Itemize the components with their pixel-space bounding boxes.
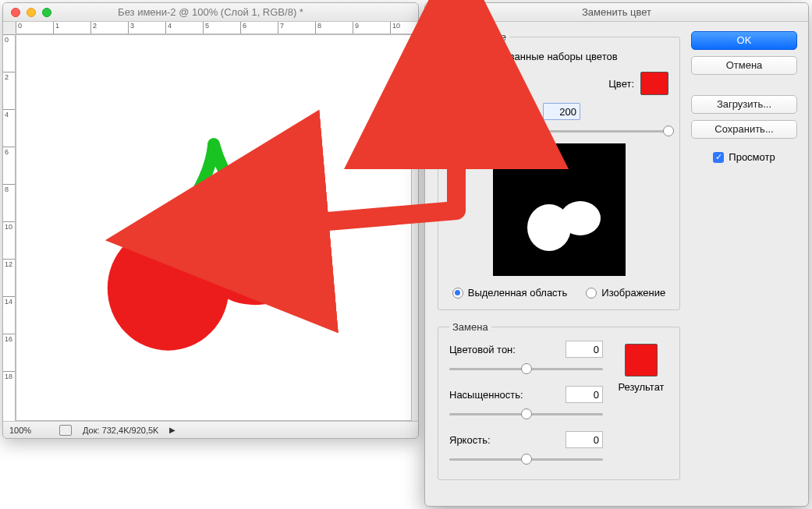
eyedropper-subtract-tool[interactable]: –: [499, 74, 518, 93]
cherry-artwork: [16, 35, 411, 420]
ruler-tick: 2: [90, 22, 128, 34]
eyedropper-icon: [452, 76, 466, 90]
result-swatch[interactable]: [625, 344, 658, 376]
localized-color-checkbox[interactable]: Локализованные наборы цветов: [449, 51, 668, 62]
replace-group: Замена Цветовой тон:: [438, 321, 680, 480]
fuzziness-label: Разброс:: [449, 106, 535, 118]
lightness-label: Яркость:: [449, 434, 566, 446]
ruler-tick: 10: [3, 221, 15, 259]
ruler-tick: 4: [3, 109, 15, 147]
svg-point-1: [108, 226, 229, 351]
svg-text:+: +: [487, 76, 491, 84]
ruler-tick: 0: [16, 22, 53, 34]
checkbox-icon: [449, 51, 460, 62]
result-label: Результат: [614, 381, 668, 393]
selection-legend: Выделение: [449, 31, 509, 43]
radio-image[interactable]: Изображение: [586, 287, 665, 299]
lightness-slider[interactable]: [449, 451, 603, 467]
ruler-horizontal: 0 1 2 3 4 5 6 7 8 9 10: [16, 22, 418, 34]
ruler-tick: 1: [53, 22, 90, 34]
titlebar: Без имени-2 @ 100% (Слой 1, RGB/8) *: [3, 3, 418, 22]
svg-point-7: [560, 201, 601, 235]
cancel-button[interactable]: Отмена: [691, 56, 797, 75]
radio-selection-label: Выделенная область: [468, 287, 568, 299]
ruler-tick: 8: [315, 22, 353, 34]
fuzziness-slider[interactable]: [449, 123, 668, 139]
ruler-tick: 7: [278, 22, 315, 34]
ruler-tick: 6: [240, 22, 278, 34]
ruler-tick: 6: [3, 147, 15, 184]
ruler-tick: 8: [3, 184, 15, 221]
ok-button[interactable]: OK: [691, 31, 797, 50]
color-label: Цвет:: [608, 78, 634, 90]
lightness-input[interactable]: [566, 431, 603, 448]
ruler-tick: 18: [3, 371, 15, 408]
ruler-tick: 10: [390, 22, 418, 34]
eyedropper-minus-icon: –: [502, 76, 516, 90]
hue-label: Цветовой тон:: [449, 344, 566, 355]
ruler-tick: 2: [3, 72, 15, 109]
radio-selection[interactable]: Выделенная область: [452, 287, 568, 299]
ruler-tick: 9: [353, 22, 390, 34]
hue-input[interactable]: [566, 341, 603, 358]
ruler-tick: 14: [3, 296, 15, 334]
svg-text:–: –: [512, 76, 516, 84]
selection-group: Выделение Локализованные наборы цветов: [438, 31, 680, 310]
ruler-tick: 5: [203, 22, 240, 34]
preview-checkbox[interactable]: ✓ Просмотр: [691, 151, 797, 163]
replace-legend: Замена: [449, 321, 491, 333]
localized-label: Локализованные наборы цветов: [465, 51, 618, 62]
ruler-tick: 3: [128, 22, 165, 34]
ruler-tick: 16: [3, 334, 15, 371]
svg-line-2: [459, 80, 462, 83]
replace-color-dialog: Заменить цвет Выделение Локализованные н…: [424, 2, 809, 507]
doc-info-icon[interactable]: [59, 425, 72, 436]
ruler-vertical: 0 2 4 6 8 10 12 14 16 18: [3, 34, 16, 421]
radio-off-icon: [586, 288, 597, 299]
ruler-tick: 12: [3, 259, 15, 296]
saturation-input[interactable]: [566, 386, 603, 403]
eyedropper-plus-icon: +: [477, 76, 491, 90]
preview-label: Просмотр: [729, 151, 775, 163]
document-title: Без имени-2 @ 100% (Слой 1, RGB/8) *: [3, 6, 418, 18]
radio-on-icon: [452, 288, 463, 299]
fuzziness-input[interactable]: [543, 103, 580, 120]
load-button[interactable]: Загрузить...: [691, 95, 797, 114]
save-button[interactable]: Сохранить...: [691, 120, 797, 139]
selection-preview: [493, 143, 626, 276]
dialog-title: Заменить цвет: [425, 3, 808, 22]
status-bar: 100% Док: 732,4K/920,5K ▶: [3, 421, 418, 438]
eyedropper-tool[interactable]: [449, 74, 468, 93]
doc-size-label: Док: 732,4K/920,5K: [83, 426, 158, 435]
hue-slider[interactable]: [449, 361, 603, 376]
eyedropper-add-tool[interactable]: +: [474, 74, 493, 93]
saturation-label: Насыщенность:: [449, 389, 566, 401]
ruler-tick: 0: [3, 34, 15, 72]
canvas[interactable]: [16, 34, 412, 421]
checkbox-checked-icon: ✓: [713, 152, 724, 163]
ruler-tick: 4: [165, 22, 203, 34]
color-swatch[interactable]: [640, 72, 668, 95]
saturation-slider[interactable]: [449, 406, 603, 422]
document-window: Без имени-2 @ 100% (Слой 1, RGB/8) * 0 1…: [2, 2, 419, 439]
zoom-level[interactable]: 100%: [9, 426, 48, 435]
radio-image-label: Изображение: [601, 287, 665, 299]
expand-icon[interactable]: ▶: [169, 426, 176, 434]
